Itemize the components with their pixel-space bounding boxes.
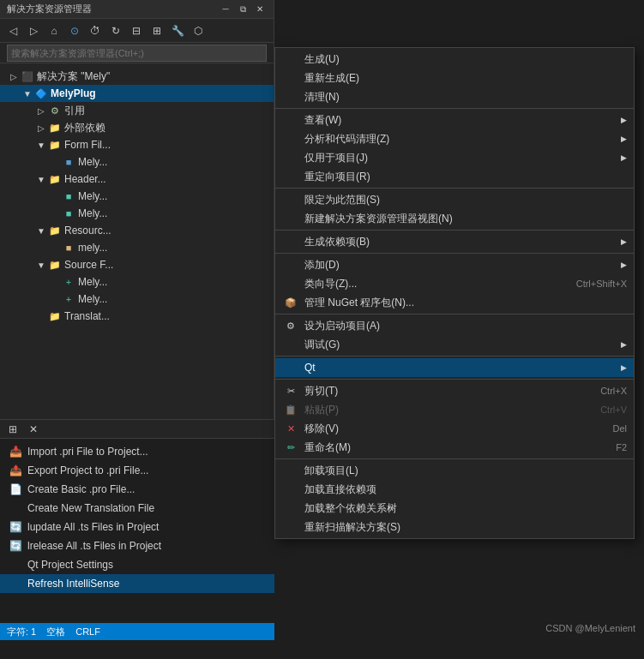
cm-view[interactable]: 查看(W) (275, 111, 634, 129)
status-bar: 字符: 1 空格 CRLF (0, 623, 274, 640)
split-button[interactable]: ⊞ (147, 21, 166, 40)
gen-deps-icon (282, 235, 299, 249)
cm-load-all[interactable]: 加载整个依赖关系树 (275, 499, 634, 518)
tree-item-header-file2[interactable]: ▷ ■ Mely... (0, 205, 274, 222)
cm-sep4 (275, 253, 634, 254)
tree-item-solution[interactable]: ▷ ⬛ 解决方案 "Mely" (0, 68, 274, 85)
export-icon: 📤 (7, 464, 24, 477)
cm-load-direct[interactable]: 加载直接依赖项 (275, 480, 634, 499)
cm-new-view[interactable]: 新建解决方案资源管理器视图(N) (275, 209, 634, 228)
qt-create-pro[interactable]: 📄 Create Basic .pro File... (0, 480, 274, 499)
cm-manage-nuget[interactable]: 📦 管理 NuGet 程序包(N)... (275, 293, 634, 312)
expand-arrow: ▼ (34, 258, 48, 272)
tree-item-cpp1[interactable]: ▷ + Mely... (0, 273, 274, 291)
cm-cut[interactable]: ✂ 剪切(T) Ctrl+X (275, 381, 634, 400)
import-label: Import .pri File to Project... (27, 446, 148, 458)
cm-gen-deps-label: 生成依赖项(B) (304, 235, 621, 249)
create-ts-label: Create New Translation File (27, 502, 154, 514)
qt-settings-icon (7, 558, 24, 572)
expand-arrow: ▷ (34, 104, 48, 117)
qt-settings[interactable]: Qt Project Settings (0, 555, 274, 574)
cm-remove[interactable]: ✕ 移除(V) Del (275, 419, 634, 438)
close-button[interactable]: ✕ (253, 3, 267, 16)
qt-lupdate[interactable]: 🔄 lupdate All .ts Files in Project (0, 518, 274, 536)
cm-qt[interactable]: Qt (275, 358, 634, 377)
cm-new-view-label: 新建解决方案资源管理器视图(N) (304, 212, 627, 226)
refresh-button[interactable]: ↻ (106, 21, 125, 40)
solution-icon: ⬛ (21, 69, 34, 83)
load-direct-icon (282, 482, 299, 496)
context-menu: 生成(U) 重新生成(E) 清理(N) 查看(W) 分析和代码清理(Z) 仅用于… (274, 47, 635, 539)
cm-add[interactable]: 添加(D) (275, 255, 634, 274)
rename-shortcut: F2 (616, 442, 627, 452)
cm-build[interactable]: 生成(U) (275, 50, 634, 69)
back-button[interactable]: ◁ (3, 21, 22, 40)
cm-retarget[interactable]: 重定向项目(R) (275, 167, 634, 186)
se-title-bar: 解决方案资源管理器 ─ ⧉ ✕ (0, 0, 274, 19)
cm-clean[interactable]: 清理(N) (275, 87, 634, 106)
status-spaces: 空格 (46, 626, 65, 638)
rescan-icon (282, 520, 299, 534)
tree-item-source[interactable]: ▼ 📁 Source F... (0, 256, 274, 273)
cm-debug[interactable]: 调试(G) (275, 335, 634, 354)
tree-item-header-file1[interactable]: ▷ ■ Mely... (0, 188, 274, 205)
cm-paste[interactable]: 📋 粘贴(P) Ctrl+V (275, 400, 634, 419)
tree-item-resource-file[interactable]: ▷ ■ mely... (0, 239, 274, 256)
create-pro-icon: 📄 (7, 482, 24, 496)
panel-btn1[interactable]: ⊞ (3, 420, 22, 439)
qt-create-ts[interactable]: Create New Translation File (0, 499, 274, 518)
qt-import-pri[interactable]: 📥 Import .pri File to Project... (0, 442, 274, 461)
cm-rename[interactable]: ✏ 重命名(M) F2 (275, 438, 634, 457)
cm-gen-deps[interactable]: 生成依赖项(B) (275, 232, 634, 251)
tree-item-form-file[interactable]: ▷ ■ Mely... (0, 153, 274, 171)
se-tree: ▷ ⬛ 解决方案 "Mely" ▼ 🔷 MelyPlug ▷ ⚙ 引用 ▷ 📁 (0, 64, 274, 328)
cm-build-label: 生成(U) (304, 52, 627, 67)
tree-item-translate[interactable]: ▷ 📁 Translat... (0, 308, 274, 325)
tree-item-form[interactable]: ▼ 📁 Form Fil... (0, 136, 274, 153)
sync-button[interactable]: ⊙ (65, 21, 84, 40)
nuget-icon: 📦 (282, 296, 299, 309)
cm-rescan[interactable]: 重新扫描解决方案(S) (275, 518, 634, 536)
cm-set-startup[interactable]: ⚙ 设为启动项目(A) (275, 316, 634, 335)
cm-rescan-label: 重新扫描解决方案(S) (304, 520, 627, 535)
cm-sep6 (275, 356, 634, 356)
preview-button[interactable]: ⬡ (189, 21, 208, 40)
tree-label: Form Fil... (64, 139, 111, 151)
debug-icon (282, 338, 299, 351)
tree-item-project[interactable]: ▼ 🔷 MelyPlug (0, 85, 274, 102)
cm-sep8 (275, 458, 634, 459)
solution-explorer: 解决方案资源管理器 ─ ⧉ ✕ ◁ ▷ ⌂ ⊙ ⏱ ↻ ⊟ ⊞ 🔧 ⬡ ▷ ⬛ … (0, 0, 274, 659)
paste-icon: 📋 (282, 403, 299, 416)
search-input[interactable] (7, 45, 267, 62)
resource-icon: ■ (62, 241, 75, 255)
lrelease-label: lrelease All .ts Files in Project (27, 540, 161, 552)
qt-refresh[interactable]: Refresh IntelliSense (0, 574, 274, 593)
cm-scope[interactable]: 限定为此范围(S) (275, 190, 634, 209)
home-button[interactable]: ⌂ (45, 21, 63, 40)
settings-button[interactable]: 🔧 (168, 21, 187, 40)
cm-project-only[interactable]: 仅用于项目(J) (275, 148, 634, 167)
collapse-button[interactable]: ⊟ (127, 21, 146, 40)
cm-unload[interactable]: 卸载项目(L) (275, 461, 634, 480)
qt-export-pri[interactable]: 📤 Export Project to .pri File... (0, 461, 274, 480)
qt-lrelease[interactable]: 🔄 lrelease All .ts Files in Project (0, 536, 274, 555)
tree-item-cpp2[interactable]: ▷ + Mely... (0, 291, 274, 308)
folder-icon: 📁 (48, 258, 62, 272)
create-pro-label: Create Basic .pro File... (27, 483, 135, 495)
cm-scope-label: 限定为此范围(S) (304, 193, 627, 207)
cm-nuget-label: 管理 NuGet 程序包(N)... (304, 296, 627, 310)
pin-button[interactable]: ─ (219, 3, 232, 16)
forward-button[interactable]: ▷ (24, 21, 43, 40)
history-button[interactable]: ⏱ (86, 21, 105, 40)
tree-item-resource[interactable]: ▼ 📁 Resourc... (0, 222, 274, 239)
tree-label: 引用 (64, 104, 85, 118)
status-chars: 字符: 1 (7, 626, 36, 638)
cm-analyze[interactable]: 分析和代码清理(Z) (275, 129, 634, 148)
tree-item-ref[interactable]: ▷ ⚙ 引用 (0, 102, 274, 119)
cm-rebuild[interactable]: 重新生成(E) (275, 69, 634, 87)
panel-btn2[interactable]: ✕ (24, 420, 43, 439)
tree-item-header[interactable]: ▼ 📁 Header... (0, 171, 274, 188)
cm-class-wizard[interactable]: 类向导(Z)... Ctrl+Shift+X (275, 274, 634, 293)
tree-item-ext[interactable]: ▷ 📁 外部依赖 (0, 119, 274, 136)
float-button[interactable]: ⧉ (236, 3, 250, 16)
